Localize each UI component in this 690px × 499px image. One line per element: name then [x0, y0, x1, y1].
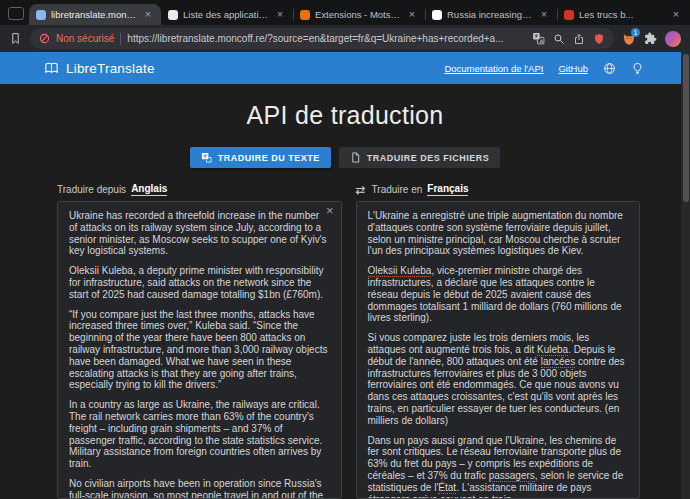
translator-page: API de traduction TRADUIRE DU TEXTE TRAD… [0, 84, 690, 499]
browser-window: libretranslate.moncoff...×Liste des appl… [0, 0, 690, 499]
chip-divider [120, 33, 121, 45]
extensions-puzzle-icon[interactable] [644, 32, 657, 45]
tab-close-icon[interactable]: × [406, 9, 418, 21]
tab-title: Russia increasingly target... [447, 9, 533, 20]
swap-languages-icon[interactable]: ⇄ [356, 185, 366, 195]
target-label: Traduire en [372, 184, 423, 195]
browser-tab[interactable]: Extensions - Mots de pass...× [293, 4, 425, 25]
translate-icon [201, 152, 212, 163]
clear-text-icon[interactable]: × [326, 204, 334, 218]
tab-title: Les trucs b... [579, 9, 665, 20]
source-textarea[interactable]: × Ukraine has recorded a threefold incre… [57, 201, 342, 499]
paragraph: “If you compare just the last three mont… [69, 309, 330, 392]
source-column: Traduire depuis Anglais × Ukraine has re… [57, 183, 342, 499]
tab-strip: libretranslate.moncoff...×Liste des appl… [0, 0, 690, 25]
tab-title: libretranslate.moncoff... [51, 9, 137, 20]
page-title: API de traduction [0, 101, 690, 130]
paragraph: Oleksii Kuleba, vice-premier ministre ch… [368, 265, 629, 324]
browser-tab[interactable]: Les trucs b...× [557, 4, 689, 25]
target-language-row: ⇄ Traduire en Français [356, 183, 641, 196]
tab-close-icon[interactable]: × [142, 9, 154, 21]
tabs-container: libretranslate.moncoff...×Liste des appl… [29, 4, 690, 25]
header-nav: Documentation de l'API GitHub [444, 62, 644, 75]
source-language-select[interactable]: Anglais [131, 183, 167, 196]
search-lens-icon[interactable] [553, 33, 565, 45]
tab-title: Extensions - Mots de pass... [315, 9, 401, 20]
translate-files-button[interactable]: TRADUIRE DES FICHIERS [339, 147, 501, 168]
translate-text-button[interactable]: TRADUIRE DU TEXTE [190, 147, 331, 168]
mode-buttons: TRADUIRE DU TEXTE TRADUIRE DES FICHIERS [0, 147, 690, 168]
target-language-select[interactable]: Français [427, 183, 468, 196]
browser-toolbar: Non sécurisé https://libretranslate.monc… [0, 25, 690, 52]
brand-name: LibreTranslate [66, 61, 155, 76]
tab-favicon [168, 10, 178, 20]
address-bar[interactable]: Non sécurisé https://libretranslate.monc… [30, 28, 614, 49]
libretranslate-logo-icon [44, 61, 59, 76]
dark-mode-bulb-icon[interactable] [631, 62, 644, 75]
paragraph: Si vous comparez juste les trois dernier… [368, 332, 629, 426]
tab-title: Liste des applications - Yu... [183, 9, 269, 20]
scrollbar-thumb[interactable] [683, 54, 689, 202]
paragraph: In a country as large as Ukraine, the ra… [69, 399, 330, 470]
browser-tab[interactable]: Russia increasingly target...× [425, 4, 557, 25]
api-docs-link[interactable]: Documentation de l'API [444, 63, 543, 74]
browser-tab[interactable]: libretranslate.moncoff...× [29, 4, 161, 25]
file-icon [350, 152, 361, 163]
omnibox-actions [532, 32, 605, 45]
paragraph: L'Ukraine a enregistré une triple augmen… [368, 210, 629, 257]
extension-badge: 1 [631, 28, 640, 37]
security-chip[interactable]: Non sécurisé [56, 33, 114, 44]
brand[interactable]: LibreTranslate [44, 61, 155, 76]
tab-close-icon[interactable]: × [538, 9, 550, 21]
paragraph: Dans un pays aussi grand que l'Ukraine, … [368, 435, 629, 499]
tab-close-icon[interactable]: × [670, 9, 682, 21]
adblock-shield-icon[interactable] [593, 33, 605, 45]
fox-extension-icon[interactable]: 1 [622, 32, 636, 46]
site-header: LibreTranslate Documentation de l'API Gi… [0, 52, 690, 84]
paragraph: Ukraine has recorded a threefold increas… [69, 210, 330, 257]
paragraph: No civilian airports have been in operat… [69, 478, 330, 499]
profile-avatar[interactable] [665, 31, 681, 47]
paragraph: Oleksii Kuleba, a deputy prime minister … [69, 265, 330, 300]
tab-favicon [564, 10, 574, 20]
translate-text-label: TRADUIRE DU TEXTE [218, 153, 320, 163]
source-label: Traduire depuis [57, 184, 126, 195]
bookmark-icon[interactable] [9, 32, 22, 45]
tab-favicon [432, 10, 442, 20]
share-icon[interactable] [573, 33, 585, 45]
translate-files-label: TRADUIRE DES FICHIERS [367, 153, 490, 163]
page-scrollbar[interactable] [681, 52, 690, 499]
language-globe-icon[interactable] [603, 62, 616, 75]
tab-close-icon[interactable]: × [274, 9, 286, 21]
browser-menu-icon[interactable] [8, 7, 24, 20]
target-textarea[interactable]: L'Ukraine a enregistré une triple augmen… [356, 201, 641, 499]
github-link[interactable]: GitHub [558, 63, 588, 74]
not-secure-icon[interactable] [39, 33, 50, 44]
tab-favicon [36, 10, 46, 20]
tab-favicon [300, 10, 310, 20]
translate-page-icon[interactable] [532, 32, 545, 45]
toolbar-extensions: 1 [622, 31, 681, 47]
target-column: ⇄ Traduire en Français L'Ukraine a enreg… [356, 183, 641, 499]
url-text[interactable]: https://libretranslate.moncoff.re/?sourc… [127, 33, 526, 44]
browser-tab[interactable]: Liste des applications - Yu...× [161, 4, 293, 25]
translate-columns: Traduire depuis Anglais × Ukraine has re… [0, 183, 690, 499]
source-language-row: Traduire depuis Anglais [57, 183, 342, 196]
